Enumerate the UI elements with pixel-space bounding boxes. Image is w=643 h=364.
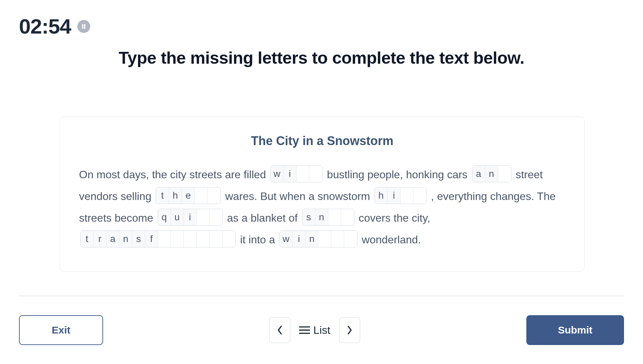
- letter-cell-filled: a: [106, 231, 119, 247]
- list-icon: [299, 326, 310, 334]
- word-blank-group[interactable]: transf: [80, 230, 236, 247]
- passage-text: covers the city,: [356, 212, 430, 224]
- letter-cell-input[interactable]: [401, 187, 413, 204]
- letter-cell-input[interactable]: [318, 231, 331, 247]
- letter-cell-input[interactable]: [413, 187, 426, 204]
- letter-cell-input[interactable]: [158, 231, 171, 247]
- letter-cell-input[interactable]: [210, 209, 222, 225]
- letter-cell-filled: i: [293, 231, 306, 247]
- letter-cell-input[interactable]: [184, 231, 197, 247]
- letter-cell-input[interactable]: [208, 187, 220, 204]
- passage-text: wonderland.: [359, 234, 421, 246]
- list-button[interactable]: List: [296, 324, 333, 337]
- chevron-right-icon: [346, 325, 353, 335]
- passage-text: bustling people, honking cars: [324, 168, 470, 181]
- timer-row: 02:54: [19, 14, 90, 38]
- letter-cell-filled: u: [171, 209, 184, 225]
- passage-text: On most days, the city streets are fille…: [79, 168, 269, 181]
- nav-center: List: [269, 317, 360, 343]
- letter-cell-input[interactable]: [197, 209, 210, 225]
- exit-button[interactable]: Exit: [19, 315, 103, 345]
- pause-button[interactable]: [77, 20, 90, 33]
- word-blank-group[interactable]: sn: [302, 209, 354, 226]
- letter-cell-filled: r: [94, 231, 106, 247]
- letter-cell-filled: n: [306, 231, 318, 247]
- passage-text: as a blanket of: [224, 212, 301, 224]
- list-label: List: [313, 324, 330, 337]
- letter-cell-filled: s: [132, 231, 145, 247]
- letter-cell-filled: t: [81, 231, 94, 247]
- letter-cell-filled: n: [485, 166, 498, 182]
- passage-text: it into a: [237, 234, 278, 246]
- letter-cell-input[interactable]: [171, 231, 184, 247]
- word-blank-group[interactable]: an: [472, 165, 511, 182]
- timer-display: 02:54: [19, 14, 71, 38]
- letter-cell-filled: h: [169, 187, 182, 204]
- letter-cell-filled: w: [271, 166, 284, 182]
- letter-cell-filled: n: [119, 231, 132, 247]
- passage-body: On most days, the city streets are fille…: [79, 164, 565, 250]
- letter-cell-filled: t: [156, 187, 169, 204]
- word-blank-group[interactable]: wi: [270, 165, 323, 182]
- chevron-left-icon: [276, 325, 283, 335]
- letter-cell-filled: i: [284, 166, 296, 182]
- letter-cell-input[interactable]: [296, 166, 309, 182]
- next-button[interactable]: [339, 317, 360, 343]
- svg-rect-0: [82, 24, 83, 29]
- letter-cell-input[interactable]: [195, 187, 208, 204]
- letter-cell-filled: i: [388, 187, 401, 204]
- letter-cell-input[interactable]: [498, 166, 511, 182]
- passage-text: wares. But when a snowstorm: [222, 190, 373, 202]
- letter-cell-input[interactable]: [197, 231, 210, 247]
- passage-title: The City in a Snowstorm: [79, 134, 565, 148]
- letter-cell-input[interactable]: [344, 231, 357, 247]
- letter-cell-filled: h: [375, 187, 388, 204]
- letter-cell-input[interactable]: [341, 209, 354, 225]
- word-blank-group[interactable]: qui: [158, 209, 223, 226]
- footer-separator: [19, 296, 624, 296]
- letter-cell-filled: q: [158, 209, 171, 225]
- word-blank-group[interactable]: the: [156, 187, 221, 204]
- svg-rect-1: [84, 24, 85, 29]
- instruction-text: Type the missing letters to complete the…: [0, 48, 643, 68]
- letter-cell-filled: i: [184, 209, 197, 225]
- letter-cell-filled: s: [303, 209, 315, 225]
- letter-cell-input[interactable]: [210, 231, 222, 247]
- submit-button[interactable]: Submit: [526, 315, 624, 345]
- letter-cell-filled: f: [145, 231, 158, 247]
- letter-cell-filled: n: [315, 209, 328, 225]
- letter-cell-filled: a: [472, 166, 485, 182]
- prev-button[interactable]: [269, 317, 290, 343]
- letter-cell-filled: e: [182, 187, 195, 204]
- exercise-card: The City in a Snowstorm On most days, th…: [60, 117, 585, 272]
- letter-cell-input[interactable]: [222, 231, 235, 247]
- word-blank-group[interactable]: win: [279, 230, 357, 247]
- footer-bar: Exit List Submit: [19, 315, 624, 345]
- pause-icon: [81, 24, 86, 29]
- letter-cell-input[interactable]: [331, 231, 344, 247]
- letter-cell-input[interactable]: [309, 166, 322, 182]
- letter-cell-input[interactable]: [328, 209, 341, 225]
- word-blank-group[interactable]: hi: [374, 187, 427, 204]
- letter-cell-filled: w: [280, 231, 293, 247]
